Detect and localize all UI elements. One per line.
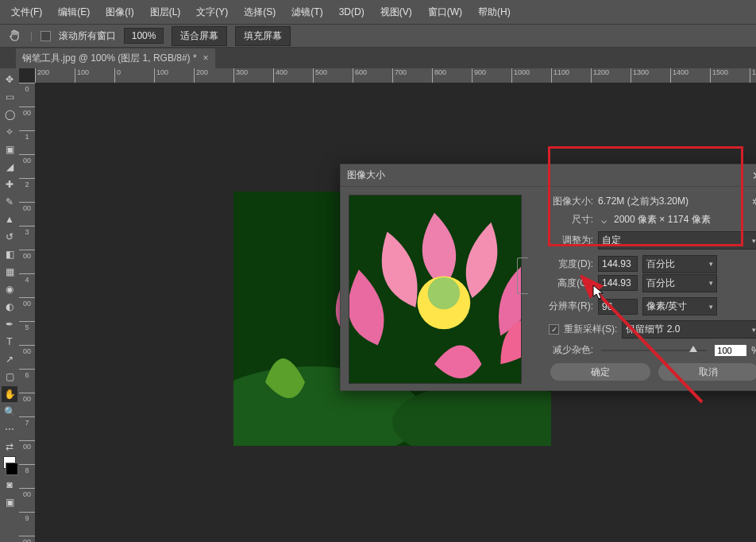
cancel-button[interactable]: 取消 <box>658 363 756 381</box>
dialog-title-text: 图像大小 <box>347 168 385 182</box>
history-brush-tool-icon[interactable]: ↺ <box>2 229 17 245</box>
link-width-height-icon[interactable] <box>517 257 528 294</box>
noise-slider[interactable] <box>601 350 707 351</box>
fit-select[interactable]: 自定▾ <box>598 231 756 250</box>
path-tool-icon[interactable]: ↗ <box>2 351 17 367</box>
work-area: ✥ ▭ ◯ ✧ ▣ ◢ ✚ ✎ ▲ ↺ ◧ ▦ ◉ ◐ ✒ T ↗ ▢ ✋ 🔍 … <box>0 68 756 542</box>
document-tab-title: 钢笔工具.jpg @ 100% (图层 1, RGB/8#) * <box>22 52 197 65</box>
hand-tool-icon[interactable] <box>8 29 22 43</box>
options-bar: | 滚动所有窗口 100% 适合屏幕 填充屏幕 <box>0 24 756 48</box>
document-tab-bar: 钢笔工具.jpg @ 100% (图层 1, RGB/8#) * × <box>0 48 756 68</box>
percent-label: % <box>751 345 756 356</box>
menu-filter[interactable]: 滤镜(T) <box>285 2 329 22</box>
zoom-field[interactable]: 100% <box>124 28 164 44</box>
menu-layer[interactable]: 图层(L) <box>144 2 187 22</box>
scroll-all-label: 滚动所有窗口 <box>59 29 116 43</box>
svg-point-9 <box>428 277 460 309</box>
resample-label: 重新采样(S): <box>564 323 617 336</box>
dialog-preview <box>349 195 522 384</box>
color-swap-icon[interactable]: ⇄ <box>2 439 17 455</box>
height-input[interactable] <box>598 275 638 291</box>
menu-image[interactable]: 图像(I) <box>99 2 140 22</box>
zoom-tool-icon[interactable]: 🔍 <box>2 404 17 420</box>
width-label: 宽度(D): <box>531 257 593 271</box>
pen-tool-icon[interactable]: ✒ <box>2 316 17 332</box>
dim-label: 尺寸: <box>531 213 593 226</box>
close-tab-icon[interactable]: × <box>203 52 209 64</box>
heal-tool-icon[interactable]: ✚ <box>2 176 17 192</box>
marquee-tool-icon[interactable]: ▭ <box>2 89 17 105</box>
image-size-dialog: 图像大小 ✕ <box>340 164 756 391</box>
lasso-tool-icon[interactable]: ◯ <box>2 106 17 122</box>
height-unit-select[interactable]: 百分比▾ <box>642 274 717 292</box>
fill-screen-button[interactable]: 填充屏幕 <box>235 26 291 46</box>
width-input[interactable] <box>598 256 638 272</box>
menu-edit[interactable]: 编辑(E) <box>52 2 96 22</box>
gradient-tool-icon[interactable]: ▦ <box>2 264 17 280</box>
gear-icon[interactable]: ✲ <box>752 196 756 207</box>
menu-view[interactable]: 视图(V) <box>374 2 418 22</box>
dodge-tool-icon[interactable]: ◐ <box>2 299 17 315</box>
menu-help[interactable]: 帮助(H) <box>472 2 517 22</box>
ruler-vertical: 000100200300400500600700800900 <box>19 83 35 542</box>
resample-select[interactable]: 保留细节 2.0▾ <box>622 320 756 339</box>
res-input[interactable] <box>598 299 638 315</box>
menu-text[interactable]: 文字(Y) <box>190 2 234 22</box>
document-tab[interactable]: 钢笔工具.jpg @ 100% (图层 1, RGB/8#) * × <box>16 48 215 68</box>
tool-palette: ✥ ▭ ◯ ✧ ▣ ◢ ✚ ✎ ▲ ↺ ◧ ▦ ◉ ◐ ✒ T ↗ ▢ ✋ 🔍 … <box>0 68 19 542</box>
quickmask-icon[interactable]: ◙ <box>2 477 17 493</box>
blur-tool-icon[interactable]: ◉ <box>2 281 17 297</box>
crop-tool-icon[interactable]: ▣ <box>2 141 17 157</box>
brush-tool-icon[interactable]: ✎ <box>2 194 17 210</box>
ok-button[interactable]: 确定 <box>550 363 650 381</box>
noise-label: 减少杂色: <box>531 343 593 357</box>
fit-screen-button[interactable]: 适合屏幕 <box>172 26 227 46</box>
eyedropper-tool-icon[interactable]: ◢ <box>2 159 17 175</box>
noise-value[interactable]: 100 <box>715 345 746 356</box>
menu-select[interactable]: 选择(S) <box>237 2 282 22</box>
resample-checkbox[interactable] <box>549 324 559 335</box>
wand-tool-icon[interactable]: ✧ <box>2 124 17 140</box>
stamp-tool-icon[interactable]: ▲ <box>2 211 17 227</box>
menu-window[interactable]: 窗口(W) <box>422 2 469 22</box>
hand-tool-icon[interactable]: ✋ <box>2 386 17 402</box>
dim-dropdown-icon[interactable]: ⌵ <box>598 215 609 226</box>
move-tool-icon[interactable]: ✥ <box>2 72 17 87</box>
res-unit-select[interactable]: 像素/英寸▾ <box>642 297 717 316</box>
ellipsis-icon[interactable]: ⋯ <box>2 421 17 437</box>
width-unit-select[interactable]: 百分比▾ <box>642 255 717 273</box>
background-color[interactable] <box>6 463 18 475</box>
scroll-all-checkbox[interactable] <box>40 31 51 41</box>
dialog-titlebar[interactable]: 图像大小 ✕ <box>341 165 756 187</box>
canvas-area: 2001000100200300400500600700800900100011… <box>19 68 756 542</box>
img-size-label: 图像大小: <box>531 195 593 208</box>
menu-bar: 文件(F) 编辑(E) 图像(I) 图层(L) 文字(Y) 选择(S) 滤镜(T… <box>0 0 756 24</box>
menu-3d[interactable]: 3D(D) <box>333 3 371 21</box>
screenmode-icon[interactable]: ▣ <box>2 494 17 510</box>
eraser-tool-icon[interactable]: ◧ <box>2 246 17 262</box>
fit-label: 调整为: <box>531 234 593 247</box>
slider-thumb-icon[interactable] <box>689 346 697 352</box>
img-size-value: 6.72M (之前为3.20M) <box>598 195 688 208</box>
close-dialog-icon[interactable]: ✕ <box>752 169 756 182</box>
height-label: 高度(G): <box>531 277 593 290</box>
shape-tool-icon[interactable]: ▢ <box>2 369 17 385</box>
dim-value: 2000 像素 × 1174 像素 <box>614 213 711 226</box>
ruler-horizontal: 2001000100200300400500600700800900100011… <box>35 68 756 83</box>
res-label: 分辨率(R): <box>531 300 593 313</box>
menu-file[interactable]: 文件(F) <box>5 2 48 22</box>
type-tool-icon[interactable]: T <box>2 334 17 350</box>
